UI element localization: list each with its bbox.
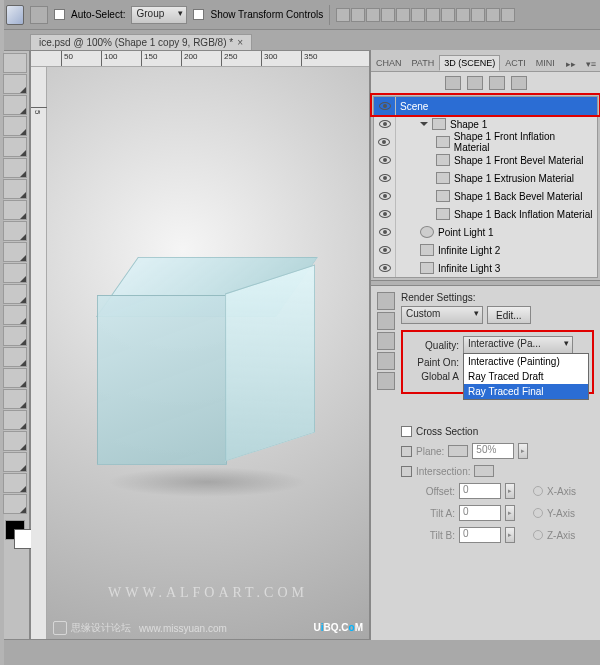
filter-materials-icon[interactable] (489, 76, 505, 90)
crop-tool[interactable] (3, 137, 27, 157)
pen-tool[interactable] (3, 347, 27, 367)
tiltb-label: Tilt B: (401, 530, 455, 541)
section-icon[interactable] (377, 352, 395, 370)
document-tab[interactable]: ice.psd @ 100% (Shape 1 copy 9, RGB/8) *… (30, 34, 252, 50)
eye-icon[interactable] (379, 246, 391, 254)
eye-icon[interactable] (379, 102, 391, 110)
type-tool[interactable] (3, 368, 27, 388)
blur-tool[interactable] (3, 305, 27, 325)
render-properties: Render Settings: Custom Edit... Quality:… (371, 286, 600, 640)
eye-icon[interactable] (378, 138, 390, 146)
spinner-icon: ▸ (518, 443, 528, 459)
scene-tree: Scene Shape 1 Shape 1 Front Inflation Ma… (373, 96, 598, 278)
show-transform-checkbox[interactable] (193, 9, 204, 20)
tree-inflight3[interactable]: Infinite Light 3 (374, 259, 597, 277)
filter-lights-icon[interactable] (511, 76, 527, 90)
tree-front-bevel[interactable]: Shape 1 Front Bevel Material (374, 151, 597, 169)
quality-dropdown[interactable]: Interactive (Pa... (463, 336, 573, 354)
quality-option[interactable]: Ray Traced Draft (464, 369, 588, 384)
panel-expand-icon[interactable]: ▸▸ (562, 57, 580, 71)
tab-3d[interactable]: 3D (SCENE) (439, 55, 500, 71)
section-icon[interactable] (377, 372, 395, 390)
cross-section-checkbox[interactable] (401, 426, 412, 437)
move-tool[interactable] (3, 53, 27, 73)
3d-camera-tool[interactable] (3, 452, 27, 472)
tab-actions[interactable]: ACTI (500, 55, 531, 71)
tree-inflight2[interactable]: Infinite Light 2 (374, 241, 597, 259)
tab-channels[interactable]: CHAN (371, 55, 407, 71)
auto-select-dropdown[interactable]: Group (131, 6, 187, 24)
close-icon[interactable]: × (237, 37, 243, 48)
filter-scene-icon[interactable] (445, 76, 461, 90)
plane-color-swatch (448, 445, 468, 457)
eye-icon[interactable] (379, 264, 391, 272)
chevron-down-icon[interactable] (420, 122, 428, 130)
tilta-field: 0 (459, 505, 501, 521)
dodge-tool[interactable] (3, 326, 27, 346)
tree-pointlight[interactable]: Point Light 1 (374, 223, 597, 241)
shape-tool[interactable] (3, 410, 27, 430)
lasso-tool[interactable] (3, 95, 27, 115)
hand-tool[interactable] (3, 473, 27, 493)
radio-x (533, 486, 543, 496)
path-sel-tool[interactable] (3, 389, 27, 409)
brush-tool[interactable] (3, 200, 27, 220)
stamp-tool[interactable] (3, 221, 27, 241)
tree-scene[interactable]: Scene (374, 97, 597, 115)
intersection-color-swatch (474, 465, 494, 477)
material-icon (436, 208, 450, 220)
marquee-tool[interactable] (3, 74, 27, 94)
eye-icon[interactable] (379, 228, 391, 236)
eraser-tool[interactable] (3, 263, 27, 283)
spinner-icon: ▸ (505, 483, 515, 499)
tree-back-bevel[interactable]: Shape 1 Back Bevel Material (374, 187, 597, 205)
section-icon[interactable] (377, 312, 395, 330)
foreground-color[interactable] (5, 520, 25, 540)
eyedropper-tool[interactable] (3, 158, 27, 178)
quality-label: Quality: (405, 340, 459, 351)
footer-watermark-left: 思缘设计论坛 www.missyuan.com (53, 621, 227, 635)
filter-meshes-icon[interactable] (467, 76, 483, 90)
canvas[interactable]: WWW.ALFOART.COM 思缘设计论坛 www.missyuan.com … (47, 67, 369, 639)
light-icon (420, 244, 434, 256)
move-tool-icon[interactable] (30, 6, 48, 24)
spinner-icon: ▸ (505, 505, 515, 521)
radio-z (533, 530, 543, 540)
ice-cube-art (97, 257, 317, 487)
section-icon[interactable] (377, 292, 395, 310)
document-title: ice.psd @ 100% (Shape 1 copy 9, RGB/8) * (39, 37, 233, 48)
eye-icon[interactable] (379, 210, 391, 218)
healing-tool[interactable] (3, 179, 27, 199)
tab-minibridge[interactable]: MINI (531, 55, 560, 71)
eye-icon[interactable] (379, 120, 391, 128)
light-icon (420, 226, 434, 238)
panel-menu-icon[interactable]: ▾≡ (582, 57, 600, 71)
section-icon[interactable] (377, 332, 395, 350)
app-icon (6, 5, 24, 25)
filter-row (371, 72, 600, 94)
quality-option[interactable]: Interactive (Painting) (464, 354, 588, 369)
tools-panel (0, 50, 30, 640)
cross-section-label: Cross Section (416, 426, 478, 437)
eye-icon[interactable] (379, 192, 391, 200)
intersection-label: Intersection: (416, 466, 470, 477)
gradient-tool[interactable] (3, 284, 27, 304)
align-icons[interactable] (336, 8, 515, 22)
history-brush-tool[interactable] (3, 242, 27, 262)
edit-button[interactable]: Edit... (487, 306, 531, 324)
auto-select-checkbox[interactable] (54, 9, 65, 20)
quality-option[interactable]: Ray Traced Final (464, 384, 588, 399)
tree-back-inflation[interactable]: Shape 1 Back Inflation Material (374, 205, 597, 223)
eye-icon[interactable] (379, 156, 391, 164)
right-panels: CHAN PATH 3D (SCENE) ACTI MINI ▸▸ ▾≡ Sce… (370, 50, 600, 640)
eye-icon[interactable] (379, 174, 391, 182)
3d-tool[interactable] (3, 431, 27, 451)
zoom-tool[interactable] (3, 494, 27, 514)
document-tabs: ice.psd @ 100% (Shape 1 copy 9, RGB/8) *… (0, 30, 600, 50)
tree-front-inflation[interactable]: Shape 1 Front Inflation Material (374, 133, 597, 151)
plane-checkbox (401, 446, 412, 457)
wand-tool[interactable] (3, 116, 27, 136)
tab-paths[interactable]: PATH (407, 55, 440, 71)
tree-extrusion[interactable]: Shape 1 Extrusion Material (374, 169, 597, 187)
render-preset-dropdown[interactable]: Custom (401, 306, 483, 324)
